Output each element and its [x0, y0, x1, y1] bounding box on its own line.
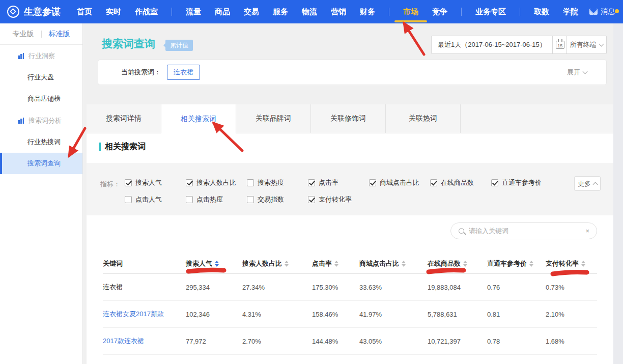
sidebar-item-label: 搜索词查询	[27, 159, 61, 168]
sidebar: 专业版 标准版 行业洞察 行业大盘 商品店铺榜 搜索词分析 行业热搜词 搜索词查…	[0, 23, 83, 364]
calendar-button[interactable]: 15	[552, 36, 568, 53]
checkbox-label: 搜索人数占比	[196, 178, 236, 187]
tab-related-hot-words[interactable]: 关联热词	[386, 104, 461, 133]
sort-icon[interactable]	[285, 261, 289, 267]
metric-checkbox[interactable]: 支付转化率	[308, 195, 369, 204]
column-header-label: 直通车参考价	[487, 259, 527, 268]
date-range-picker: 最近1天（2017-06-15~2017-06-15） 15	[431, 36, 568, 54]
expand-toggle[interactable]: 展开	[567, 68, 587, 77]
cell: 10,721,397	[428, 338, 487, 345]
nav-item-transaction[interactable]: 交易	[244, 0, 259, 23]
tab-search-word-detail[interactable]: 搜索词详情	[87, 104, 161, 133]
checkbox-box	[308, 196, 315, 203]
metric-checkbox[interactable]: 在线商品数	[430, 178, 491, 187]
sidebar-group-industry-insight: 行业洞察	[0, 45, 82, 67]
checkbox-box	[125, 179, 132, 186]
checkbox-label: 点击人气	[135, 195, 162, 204]
nav-item-finance[interactable]: 财务	[360, 0, 375, 23]
nav-item-academy[interactable]: 学院	[563, 0, 578, 23]
sort-icon[interactable]	[529, 261, 533, 267]
metric-checkbox[interactable]: 搜索热度	[247, 178, 308, 187]
checkbox-label: 商城点击占比	[380, 178, 419, 187]
version-tab-standard[interactable]: 标准版	[49, 30, 70, 39]
cell: 77,972	[186, 338, 242, 345]
sidebar-item-industry-hot-words[interactable]: 行业热搜词	[0, 131, 82, 153]
table-row: 连衣裙女夏2017新款 102,346 4.31% 158.46% 41.97%…	[103, 301, 597, 328]
section-accent-bar	[99, 143, 101, 151]
sidebar-item-industry-overview[interactable]: 行业大盘	[0, 67, 82, 88]
cell: 41.97%	[359, 311, 428, 318]
nav-item-service[interactable]: 服务	[273, 0, 288, 23]
nav-item-product[interactable]: 商品	[215, 0, 230, 23]
sort-icon[interactable]	[581, 261, 585, 267]
checkbox-box	[125, 196, 132, 203]
keyword-cell[interactable]: 连衣裙女夏2017新款	[103, 310, 186, 319]
checkbox-box	[186, 179, 193, 186]
sort-icon[interactable]	[402, 261, 406, 267]
version-divider	[41, 31, 42, 38]
checkbox-box	[308, 179, 315, 186]
nav-item-traffic[interactable]: 流量	[186, 0, 201, 23]
metric-checkbox[interactable]: 点击热度	[186, 195, 247, 204]
cell: 2.10%	[546, 311, 597, 318]
tab-related-brand-words[interactable]: 关联品牌词	[236, 104, 311, 133]
cell: 27.34%	[242, 284, 312, 291]
keyword-search-input[interactable]	[469, 227, 585, 235]
cell: 0.73%	[546, 284, 597, 291]
checkbox-box	[247, 179, 254, 186]
notification-dot	[615, 9, 619, 13]
tab-related-search-words[interactable]: 相关搜索词	[161, 104, 236, 133]
terminal-filter-dropdown[interactable]: 所有终端	[566, 36, 607, 54]
nav-item-marketing[interactable]: 营销	[331, 0, 346, 23]
metric-checkbox[interactable]: 商城点击占比	[369, 178, 430, 187]
cell: 295,334	[186, 284, 242, 291]
nav-item-data-fetch[interactable]: 取数	[534, 0, 549, 23]
metric-checkbox[interactable]: 直通车参考价	[491, 178, 552, 187]
date-range-text[interactable]: 最近1天（2017-06-15~2017-06-15）	[432, 36, 552, 53]
section-title: 相关搜索词	[105, 142, 146, 152]
section-header: 相关搜索词	[99, 142, 146, 152]
metric-checkbox[interactable]: 交易指数	[247, 195, 308, 204]
version-switcher: 专业版 标准版	[0, 23, 82, 45]
scrollbar-track[interactable]	[613, 23, 623, 364]
sort-icon[interactable]	[215, 261, 219, 267]
metric-checkbox[interactable]: 搜索人气	[125, 178, 186, 187]
sort-icon[interactable]	[463, 261, 467, 267]
tab-related-modifier-words[interactable]: 关联修饰词	[311, 104, 386, 133]
checkbox-label: 在线商品数	[441, 178, 474, 187]
clear-icon[interactable]: ×	[585, 227, 589, 235]
nav-item-home[interactable]: 首页	[77, 0, 92, 23]
keyword-tag[interactable]: 连衣裙	[167, 65, 200, 80]
brand[interactable]: 生意参谋	[7, 6, 61, 18]
table-row: 2017款连衣裙 77,972 2.70% 144.48% 43.05% 10,…	[103, 328, 597, 355]
metric-checkbox[interactable]: 点击率	[308, 178, 369, 187]
table-row: 连衣裙 295,334 27.34% 175.30% 33.63% 19,883…	[103, 274, 597, 301]
nav-item-business-zone[interactable]: 业务专区	[475, 0, 506, 23]
cell: 1.68%	[546, 338, 597, 345]
sidebar-item-search-word-query[interactable]: 搜索词查询	[0, 153, 82, 174]
keyword-cell[interactable]: 2017款连衣裙	[103, 337, 186, 346]
keyword-cell: 连衣裙	[103, 283, 186, 292]
checkbox-label: 交易指数	[258, 195, 284, 204]
metric-checkbox[interactable]: 点击人气	[125, 195, 186, 204]
nav-item-logistics[interactable]: 物流	[302, 0, 317, 23]
metric-checkbox[interactable]: 搜索人数占比	[186, 178, 247, 187]
checkbox-box	[369, 179, 376, 186]
column-header-ztc-reference-price: 直通车参考价	[487, 259, 546, 268]
search-icon	[459, 228, 464, 234]
nav-item-war-room[interactable]: 作战室	[135, 0, 158, 23]
messages-button[interactable]: 消息	[589, 7, 615, 16]
nav-item-market[interactable]: 市场	[403, 0, 418, 23]
column-header-searcher-ratio: 搜索人数占比	[242, 259, 312, 268]
chevron-up-icon	[593, 182, 598, 187]
checkbox-box	[186, 196, 193, 203]
checkbox-label: 支付转化率	[319, 195, 352, 204]
more-button[interactable]: 更多	[574, 176, 601, 191]
messages-label: 消息	[601, 7, 615, 16]
sort-icon[interactable]	[334, 261, 338, 267]
version-tab-professional[interactable]: 专业版	[13, 30, 34, 39]
nav-item-competition[interactable]: 竞争	[432, 0, 447, 23]
nav-item-realtime[interactable]: 实时	[106, 0, 121, 23]
sidebar-item-product-shop-rank[interactable]: 商品店铺榜	[0, 88, 82, 109]
nav-divider	[461, 8, 462, 16]
